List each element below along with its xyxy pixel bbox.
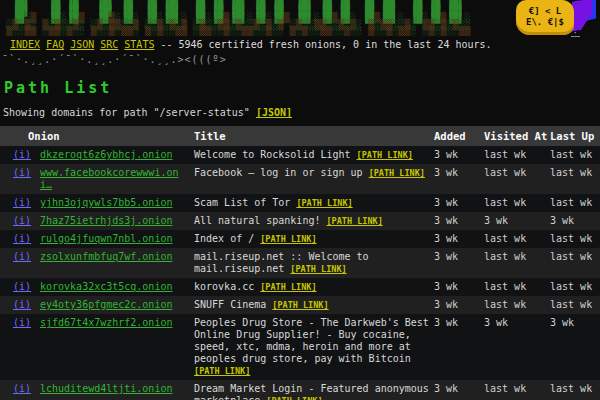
added-cell: 3 wk [432, 296, 482, 314]
info-link[interactable]: (i) [13, 197, 31, 208]
onion-link[interactable]: ey4oty36pfgmec2c.onion [40, 299, 172, 310]
nav-status-text: -- 5946 certified fresh onions, 0 in the… [160, 39, 491, 50]
visited-at-cell: last wk [482, 164, 548, 194]
subtitle: Showing domains for path "/server-status… [3, 107, 600, 118]
visited-at-cell: last wk [482, 248, 548, 278]
table-row: (i)sjfd67t4x7wzhrf2.onionPeoples Drug St… [0, 314, 600, 380]
added-cell: 3 wk [432, 194, 482, 212]
path-link[interactable]: [PATH LINK] [326, 216, 382, 226]
info-link[interactable]: (i) [13, 383, 31, 394]
page-title: Path List [4, 79, 600, 97]
table-row: (i)zsolxunfmbfuq7wf.onionmail.riseup.net… [0, 248, 600, 278]
visited-at-cell: 3 wk [482, 212, 548, 230]
json-link[interactable]: [JSON] [256, 107, 292, 118]
visited-at-cell: last wk [482, 146, 548, 164]
added-cell: 3 wk [432, 230, 482, 248]
table-row: (i)ey4oty36pfgmec2c.onionSNUFF Cinema [P… [0, 296, 600, 314]
table-row: (i)www.facebookcorewwwi.oni…Facebook – l… [0, 164, 600, 194]
corner-dot-link[interactable]: · [571, 30, 580, 37]
last-up-cell: last wk [548, 194, 600, 212]
last-up-cell: last wk [548, 164, 600, 194]
table-row: (i)lchuditewd4ltjti.onionDream Market Lo… [0, 380, 600, 400]
nav-link-index[interactable]: INDEX [10, 39, 40, 50]
added-cell: 3 wk [432, 212, 482, 230]
table-row: (i)dkzeroqt6z6ybhcj.onionWelcome to Rock… [0, 146, 600, 164]
info-link[interactable]: (i) [13, 299, 31, 310]
info-link[interactable]: (i) [13, 317, 31, 328]
onion-link[interactable]: rulgo4jfuqwn7nbl.onion [40, 233, 172, 244]
info-link[interactable]: (i) [13, 149, 31, 160]
last-up-cell: last wk [548, 230, 600, 248]
header-title: Title [192, 126, 432, 146]
path-link[interactable]: [PATH LINK] [260, 282, 316, 292]
added-cell: 3 wk [432, 278, 482, 296]
header-onion: Onion [0, 126, 192, 146]
visited-at-cell: last wk [482, 230, 548, 248]
path-link[interactable]: [PATH LINK] [266, 396, 322, 400]
nav-link-json[interactable]: JSON [70, 39, 94, 50]
table-header-row: Onion Title Added Visited At Last Up [0, 126, 600, 146]
nav-bar: INDEXFAQJSONSRCSTATS-- 5946 certified fr… [0, 36, 600, 50]
visited-at-cell: last wk [482, 296, 548, 314]
info-link[interactable]: (i) [13, 215, 31, 226]
onion-link[interactable]: zsolxunfmbfuq7wf.onion [40, 251, 172, 262]
site-title: Scam List of Tor [194, 197, 296, 208]
onion-link[interactable]: dkzeroqt6z6ybhcj.onion [40, 149, 172, 160]
last-up-cell: 3 wk [548, 212, 600, 230]
onion-link[interactable]: lchuditewd4ltjti.onion [40, 383, 172, 394]
added-cell: 3 wk [432, 146, 482, 164]
path-link[interactable]: [PATH LINK] [260, 234, 316, 244]
onion-logo-text-1: €] < L [529, 6, 562, 16]
added-cell: 3 wk [432, 248, 482, 278]
last-up-cell: last wk [548, 296, 600, 314]
onion-link[interactable]: 7haz75ietrhjds3j.onion [40, 215, 172, 226]
onion-link[interactable]: www.facebookcorewwwi.oni… [40, 167, 178, 190]
path-link[interactable]: [PATH LINK] [272, 300, 328, 310]
table-row: (i)rulgo4jfuqwn7nbl.onionIndex of / [PAT… [0, 230, 600, 248]
table-row: (i)yjhn3ojqywls7bb5.onionScam List of To… [0, 194, 600, 212]
onion-logo-text-2: E\. €|$ [526, 17, 564, 27]
path-link[interactable]: [PATH LINK] [194, 366, 250, 376]
site-title: korovka.cc [194, 281, 260, 292]
site-title: Peoples Drug Store - The Darkweb's Best … [194, 317, 429, 364]
path-link[interactable]: [PATH LINK] [296, 198, 352, 208]
added-cell: 3 wk [432, 164, 482, 194]
nav-link-faq[interactable]: FAQ [46, 39, 64, 50]
header-visited-at: Visited At [482, 126, 548, 146]
site-title: SNUFF Cinema [194, 299, 272, 310]
path-link[interactable]: [PATH LINK] [290, 264, 346, 274]
info-link[interactable]: (i) [13, 233, 31, 244]
last-up-cell: 3 wk [548, 314, 600, 380]
info-link[interactable]: (i) [13, 167, 31, 178]
path-list-table: Onion Title Added Visited At Last Up (i)… [0, 126, 600, 400]
header-last-up: Last Up [548, 126, 600, 146]
info-link[interactable]: (i) [13, 251, 31, 262]
info-link[interactable]: (i) [13, 281, 31, 292]
onion-link[interactable]: sjfd67t4x7wzhrf2.onion [40, 317, 172, 328]
site-title: Welcome to Rocksolid Light [194, 149, 357, 160]
ascii-fish: ¯`·.¸¸.·´¯`·.¸¸.·´¯`·.¸¸.><(((º> [0, 50, 600, 65]
subtitle-text: Showing domains for path "/server-status… [3, 107, 250, 118]
nav-link-stats[interactable]: STATS [124, 39, 154, 50]
visited-at-cell: 3 wk [482, 314, 548, 380]
added-cell: 3 wk [432, 314, 482, 380]
site-title: All natural spanking! [194, 215, 326, 226]
added-cell: 3 wk [432, 380, 482, 400]
path-link[interactable]: [PATH LINK] [357, 150, 413, 160]
nav-link-src[interactable]: SRC [100, 39, 118, 50]
onion-logo: €] < L E\. €|$ [516, 0, 574, 35]
visited-at-cell: last wk [482, 380, 548, 400]
table-row: (i)7haz75ietrhjds3j.onionAll natural spa… [0, 212, 600, 230]
site-title: Index of / [194, 233, 260, 244]
ansi-banner: ▐█▌ ▐█ ▐█ ▐█▌ ▐█ ▐█ ▐█▌ ▐█ ▐█ ▐█▌ ▐█ ▐█ … [0, 0, 600, 36]
onion-link[interactable]: yjhn3ojqywls7bb5.onion [40, 197, 172, 208]
table-row: (i)korovka32xc3t5cq.onionkorovka.cc [PAT… [0, 278, 600, 296]
banner-ascii-art: ▐█▌ ▐█ ▐█ ▐█▌ ▐█ ▐█ ▐█▌ ▐█ ▐█ ▐█▌ ▐█ ▐█ … [0, 0, 600, 35]
last-up-cell: last wk [548, 146, 600, 164]
last-up-cell: last wk [548, 248, 600, 278]
site-title: Facebook – log in or sign up [194, 167, 369, 178]
header-added: Added [432, 126, 482, 146]
onion-link[interactable]: korovka32xc3t5cq.onion [40, 281, 172, 292]
path-link[interactable]: [PATH LINK] [369, 168, 425, 178]
visited-at-cell: last wk [482, 194, 548, 212]
